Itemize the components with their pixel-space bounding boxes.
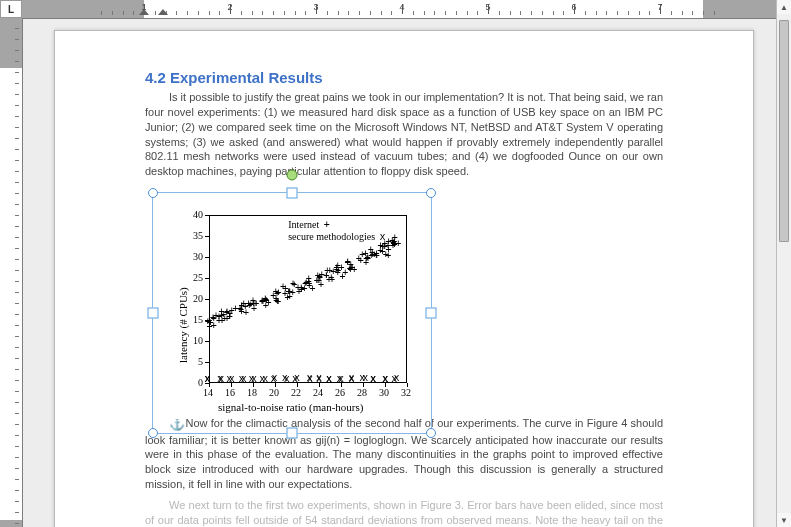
- x-tick-label: 14: [203, 387, 213, 398]
- data-point: x: [282, 373, 288, 383]
- rotation-handle[interactable]: [287, 170, 298, 181]
- resize-handle-s[interactable]: [287, 428, 298, 439]
- x-tick-label: 32: [401, 387, 411, 398]
- x-tick-label: 22: [291, 387, 301, 398]
- data-point: x: [337, 374, 343, 384]
- x-tick-label: 26: [335, 387, 345, 398]
- vertical-ruler[interactable]: [0, 18, 23, 527]
- data-point: x: [271, 374, 277, 384]
- resize-handle-w[interactable]: [148, 308, 159, 319]
- data-point: +: [239, 301, 245, 311]
- paragraph-text: We next turn to the first two experiment…: [145, 499, 663, 527]
- y-tick-label: 40: [193, 209, 203, 220]
- data-point: +: [248, 300, 254, 310]
- data-point: x: [326, 374, 332, 384]
- scroll-thumb[interactable]: [779, 20, 789, 242]
- x-tick-label: 20: [269, 387, 279, 398]
- tab-alignment-selector[interactable]: L: [0, 0, 22, 18]
- data-point: +: [348, 263, 354, 273]
- indent-marker[interactable]: [139, 9, 149, 15]
- selected-object-frame[interactable]: Internet + secure methodologies x latenc…: [152, 192, 432, 434]
- data-point: x: [370, 374, 376, 384]
- y-tick-label: 20: [193, 293, 203, 304]
- scroll-down-button[interactable]: ▼: [777, 513, 791, 527]
- data-point: +: [340, 272, 346, 282]
- x-tick-label: 28: [357, 387, 367, 398]
- data-point: +: [224, 307, 230, 317]
- data-point: x: [226, 374, 232, 384]
- y-tick-label: 5: [198, 356, 203, 367]
- resize-handle-e[interactable]: [426, 308, 437, 319]
- y-axis-title: latency (# CPUs): [177, 287, 189, 363]
- x-tick-label: 16: [225, 387, 235, 398]
- x-tick-label: 24: [313, 387, 323, 398]
- vertical-scrollbar[interactable]: ▲ ▼: [776, 0, 791, 527]
- chart-object[interactable]: Internet + secure methodologies x latenc…: [167, 203, 417, 419]
- data-point: +: [392, 233, 398, 243]
- scroll-up-button[interactable]: ▲: [777, 0, 791, 14]
- y-tick-label: 30: [193, 251, 203, 262]
- body-paragraph: We next turn to the first two experiment…: [145, 498, 663, 527]
- data-point: +: [369, 248, 375, 258]
- x-tick-label: 18: [247, 387, 257, 398]
- resize-handle-sw[interactable]: [148, 428, 158, 438]
- section-heading: 4.2 Experimental Results: [145, 69, 663, 86]
- data-point: x: [238, 374, 244, 384]
- data-point: +: [302, 279, 308, 289]
- data-point: +: [291, 280, 297, 290]
- legend-marker-0: +: [322, 219, 332, 231]
- data-point: x: [294, 373, 300, 383]
- data-point: +: [282, 284, 288, 294]
- data-point: x: [382, 374, 388, 384]
- y-tick-label: 35: [193, 230, 203, 241]
- resize-handle-ne[interactable]: [426, 188, 436, 198]
- data-point: x: [204, 374, 210, 384]
- body-paragraph: Is it possible to justify the great pain…: [145, 90, 663, 179]
- data-point: x: [248, 374, 254, 384]
- resize-handle-nw[interactable]: [148, 188, 158, 198]
- legend-series-1: secure methodologies: [288, 231, 375, 242]
- x-axis-title: signal-to-noise ratio (man-hours): [218, 401, 363, 413]
- data-point: x: [393, 373, 399, 383]
- data-point: x: [262, 374, 268, 384]
- y-tick-label: 0: [198, 377, 203, 388]
- horizontal-ruler[interactable]: 1234567: [22, 0, 777, 19]
- data-point: x: [218, 374, 224, 384]
- data-point: x: [316, 374, 322, 384]
- resize-handle-n[interactable]: [287, 188, 298, 199]
- data-point: x: [307, 373, 313, 383]
- data-point: x: [348, 374, 354, 384]
- legend-series-0: Internet: [288, 219, 319, 230]
- data-point: +: [264, 296, 270, 306]
- resize-handle-se[interactable]: [426, 428, 436, 438]
- y-tick-label: 25: [193, 272, 203, 283]
- data-point: x: [359, 373, 365, 383]
- indent-marker[interactable]: [158, 9, 168, 15]
- data-point: +: [323, 271, 329, 281]
- y-tick-label: 15: [193, 314, 203, 325]
- x-tick-label: 30: [379, 387, 389, 398]
- y-tick-label: 10: [193, 335, 203, 346]
- paragraph-text: Is it possible to justify the great pain…: [145, 91, 663, 177]
